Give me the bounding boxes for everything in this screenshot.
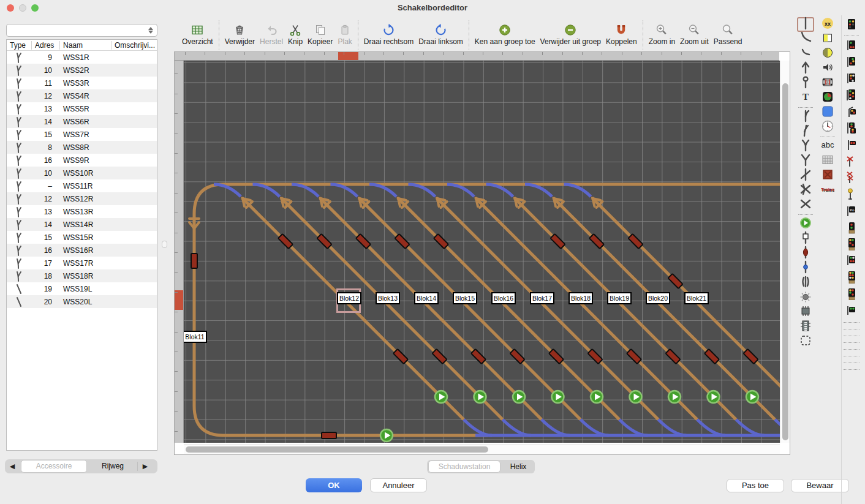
blok-label[interactable]: Blok19 <box>607 292 632 304</box>
blok-label[interactable]: Blok11 <box>184 331 207 343</box>
occupancy-sensor[interactable] <box>393 349 408 364</box>
flash-contact-tool[interactable] <box>797 290 814 305</box>
table-row[interactable]: 19 WSS19L <box>7 282 157 295</box>
blok-label[interactable]: Blok18 <box>568 292 593 304</box>
turnout-right-tool[interactable] <box>797 110 814 124</box>
sound-speaker-tool[interactable] <box>819 61 836 76</box>
route-curve-bottom[interactable] <box>775 419 780 435</box>
table-row[interactable]: 12 WSS12R <box>7 192 157 205</box>
decoder-chip-tool[interactable] <box>797 305 814 320</box>
table-row[interactable]: 16 WSS16R <box>7 244 157 257</box>
mini-signal-tool[interactable] <box>843 303 860 319</box>
track-module-tool[interactable] <box>819 76 836 91</box>
start-marker[interactable] <box>668 391 681 403</box>
table-row[interactable]: 11 WSS3R <box>7 77 157 89</box>
occupancy-detector-tool[interactable] <box>797 246 814 261</box>
occupancy-sensor[interactable] <box>434 234 448 249</box>
tabs-right-arrow-icon[interactable]: ▶ <box>138 462 153 470</box>
start-marker[interactable] <box>591 391 603 403</box>
route-curve-bottom[interactable] <box>736 419 765 435</box>
start-point-tool[interactable] <box>797 217 814 231</box>
table-row[interactable]: 10 WSS10R <box>7 167 157 179</box>
table-row[interactable]: 10 WSS2R <box>7 64 157 77</box>
table-row[interactable]: 13 WSS5R <box>7 102 157 115</box>
lamp-half-circle-tool[interactable] <box>819 47 836 61</box>
route-curve-top[interactable] <box>486 184 513 197</box>
knip-button[interactable]: Knip <box>288 20 303 46</box>
route-curve-bottom[interactable] <box>659 419 687 435</box>
occupancy-sensor[interactable] <box>322 432 336 438</box>
tab-schaduwstation[interactable]: Schaduwstation <box>428 461 500 473</box>
table-row[interactable]: 9 WSS1R <box>7 51 157 64</box>
blue-panel-tool[interactable] <box>819 105 836 120</box>
table-row[interactable]: 15 WSS7R <box>7 128 157 141</box>
blok-label[interactable]: Blok16 <box>491 292 516 304</box>
tab-rijweg[interactable]: Rijweg <box>88 461 137 472</box>
selection-marquee-tool[interactable] <box>797 334 814 349</box>
single-slip-tool[interactable] <box>797 183 814 198</box>
entry-signal-tool[interactable] <box>843 88 860 104</box>
main-track-loop[interactable] <box>194 184 780 435</box>
ok-button[interactable]: OK <box>306 478 362 492</box>
buffer-signal-1-tool[interactable] <box>843 220 860 236</box>
xx-badge-tool[interactable]: xx <box>819 17 836 32</box>
table-row[interactable]: 17 WSS17R <box>7 257 157 269</box>
trains-label-tool[interactable]: TrainsTrains <box>819 183 836 198</box>
horizontal-scroll-thumb[interactable] <box>186 446 488 453</box>
grid-tool-tool[interactable] <box>819 154 836 168</box>
straight-track-tool[interactable] <box>797 17 814 32</box>
start-marker[interactable] <box>746 391 758 403</box>
route-curve-top[interactable] <box>292 184 319 197</box>
koppelen-button[interactable]: Koppelen <box>606 20 637 46</box>
blok-label[interactable]: Blok14 <box>414 292 439 304</box>
draai-linksom-button[interactable]: Draai linksom <box>418 20 463 46</box>
ken-aan-groep-toe-button[interactable]: Ken aan groep toe <box>475 20 535 46</box>
dwarf-signal-tool[interactable] <box>843 104 860 121</box>
tabs-left-arrow-icon[interactable]: ◀ <box>5 462 20 470</box>
occupancy-sensor[interactable] <box>587 349 602 364</box>
vertical-scroll-thumb[interactable] <box>782 83 788 440</box>
arrow-up-tool[interactable] <box>797 61 814 76</box>
table-row[interactable]: 8 WSS8R <box>7 141 157 154</box>
occupancy-sensor[interactable] <box>356 234 371 249</box>
lamp-half-square-tool[interactable] <box>819 32 836 47</box>
crossing-sign-double-tool[interactable] <box>843 170 860 187</box>
ground-signal-1-tool[interactable] <box>843 253 860 269</box>
zoom-uit-button[interactable]: Zoom uit <box>680 20 709 46</box>
double-junction-tool[interactable] <box>797 168 814 183</box>
occupancy-sensor[interactable] <box>627 349 641 364</box>
occupancy-sensor[interactable] <box>550 234 565 249</box>
clock-tool[interactable] <box>819 120 836 135</box>
table-row[interactable]: 12 WSS4R <box>7 89 157 102</box>
y-switch-tool[interactable] <box>797 154 814 168</box>
table-row[interactable]: 14 WSS14R <box>7 218 157 231</box>
occupancy-sensor[interactable] <box>278 234 293 249</box>
occupancy-sensor[interactable] <box>317 234 331 249</box>
occupancy-sensor[interactable] <box>395 234 409 249</box>
pas-toe-button[interactable]: Pas toe <box>727 479 784 492</box>
vertical-scrollbar[interactable] <box>780 61 790 443</box>
occupancy-sensor[interactable] <box>665 349 680 364</box>
route-curve-top[interactable] <box>447 184 474 197</box>
lamp-signal-tool[interactable] <box>843 187 860 203</box>
tab-helix[interactable]: Helix <box>502 462 535 471</box>
route-curve-bottom[interactable] <box>697 419 725 435</box>
decoder-module-tool[interactable] <box>797 320 814 334</box>
route-curve-top[interactable] <box>331 184 358 197</box>
block-signal-1-tool[interactable] <box>843 38 860 55</box>
ground-signal-2-tool[interactable] <box>843 269 860 286</box>
curve-small-tool[interactable] <box>797 47 814 61</box>
blok-label[interactable]: Blok20 <box>646 292 670 304</box>
col-omschrijving[interactable]: Omschrijvi... <box>111 41 157 50</box>
verwijder-uit-groep-button[interactable]: Verwijder uit groep <box>540 20 601 46</box>
table-row[interactable]: – WSS11R <box>7 179 157 192</box>
route-curve-bottom[interactable] <box>503 419 531 435</box>
start-marker[interactable] <box>474 391 486 403</box>
blok-label[interactable]: Blok15 <box>453 292 477 304</box>
traffic-light-tool[interactable] <box>843 17 860 34</box>
blok-label[interactable]: Blok12 <box>337 292 361 304</box>
three-way-switch-tool[interactable] <box>797 139 814 154</box>
track-layout-canvas[interactable]: Blok12Blok13Blok14Blok15Blok16Blok17Blok… <box>184 61 780 443</box>
occupancy-sensor[interactable] <box>743 349 758 364</box>
abc-label-tool[interactable]: abc <box>819 139 836 154</box>
